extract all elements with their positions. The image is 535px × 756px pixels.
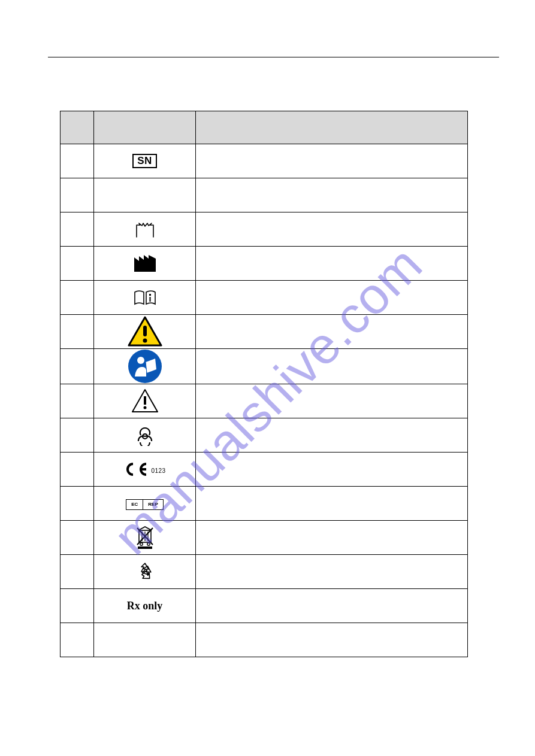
- svg-point-15: [147, 543, 149, 545]
- symbol-sn: SN: [94, 144, 196, 178]
- table-row: [61, 178, 468, 212]
- row-desc: [196, 521, 468, 555]
- table-row: EC REP: [61, 487, 468, 521]
- svg-rect-1: [149, 297, 150, 302]
- table-row: SN: [61, 144, 468, 178]
- table-row: [61, 555, 468, 589]
- symbol-biohazard: [94, 418, 196, 453]
- symbol-read-manual-blue: [94, 349, 196, 384]
- symbol-empty: [94, 178, 196, 212]
- row-number: [61, 487, 94, 521]
- row-desc: [196, 281, 468, 315]
- table-row: [61, 384, 468, 418]
- table-row: [61, 349, 468, 384]
- table-row: [61, 521, 468, 555]
- symbol-weee: [94, 521, 196, 555]
- row-desc: [196, 349, 468, 384]
- row-desc: [196, 487, 468, 521]
- row-number: [61, 555, 94, 589]
- row-desc: [196, 212, 468, 247]
- svg-rect-18: [138, 546, 152, 549]
- svg-rect-6: [144, 396, 146, 405]
- symbol-empty: [94, 623, 196, 657]
- table-row: [61, 418, 468, 453]
- row-desc: [196, 247, 468, 281]
- table-row: [61, 281, 468, 315]
- symbol-manufacturer: [94, 247, 196, 281]
- ce-mark-icon: 0123: [123, 463, 165, 473]
- header-col-description: [196, 111, 468, 144]
- table-row: [61, 315, 468, 349]
- row-number: [61, 281, 94, 315]
- row-number: [61, 212, 94, 247]
- warning-yellow-icon: [127, 315, 163, 348]
- header-col-symbol: [94, 111, 196, 144]
- row-desc: [196, 384, 468, 418]
- row-desc: [196, 453, 468, 487]
- table-row: 0123: [61, 453, 468, 487]
- row-number: [61, 315, 94, 349]
- symbol-caution: [94, 384, 196, 418]
- row-number: [61, 144, 94, 178]
- symbols-table: SN: [60, 111, 468, 657]
- row-desc: [196, 144, 468, 178]
- table-row: [61, 212, 468, 247]
- weee-icon: [135, 526, 155, 549]
- row-number: [61, 349, 94, 384]
- svg-point-5: [137, 357, 144, 364]
- row-desc: [196, 589, 468, 623]
- recycle-icon: [134, 561, 156, 582]
- symbol-date-of-manufacture: [94, 212, 196, 247]
- svg-point-4: [128, 350, 162, 383]
- table-header-row: [61, 111, 468, 144]
- row-desc: [196, 315, 468, 349]
- symbol-recycle: [94, 555, 196, 589]
- ce-number: 0123: [151, 467, 165, 474]
- symbol-rx-only: Rx only: [94, 589, 196, 623]
- row-desc: [196, 418, 468, 453]
- consult-ifu-icon: [132, 289, 158, 306]
- row-number: [61, 623, 94, 657]
- symbol-ce-mark: 0123: [94, 453, 196, 487]
- rx-only-icon: Rx only: [127, 600, 163, 612]
- date-mfg-icon: [135, 220, 155, 238]
- row-number: [61, 521, 94, 555]
- table-row: Rx only: [61, 589, 468, 623]
- table-row: [61, 623, 468, 657]
- row-number: [61, 453, 94, 487]
- svg-rect-2: [143, 326, 147, 336]
- svg-point-7: [143, 406, 146, 409]
- ec-label: EC: [126, 500, 143, 509]
- caution-icon: [131, 388, 159, 414]
- header-col-number: [61, 111, 94, 144]
- svg-point-3: [143, 339, 147, 343]
- ec-rep-icon: EC REP: [126, 499, 164, 510]
- svg-rect-0: [149, 294, 151, 296]
- row-number: [61, 247, 94, 281]
- row-desc: [196, 623, 468, 657]
- read-manual-blue-icon: [128, 349, 162, 384]
- row-number: [61, 384, 94, 418]
- manufacturer-icon: [133, 254, 157, 273]
- row-desc: [196, 178, 468, 212]
- symbol-ec-rep: EC REP: [94, 487, 196, 521]
- symbol-consult-ifu: [94, 281, 196, 315]
- biohazard-icon: [134, 424, 156, 446]
- symbol-warning-yellow: [94, 315, 196, 349]
- row-number: [61, 178, 94, 212]
- rep-label: REP: [143, 500, 162, 509]
- header-rule: [48, 57, 499, 57]
- row-desc: [196, 555, 468, 589]
- sn-icon: SN: [132, 154, 157, 169]
- row-number: [61, 418, 94, 453]
- table-row: [61, 247, 468, 281]
- row-number: [61, 589, 94, 623]
- svg-point-14: [140, 543, 142, 545]
